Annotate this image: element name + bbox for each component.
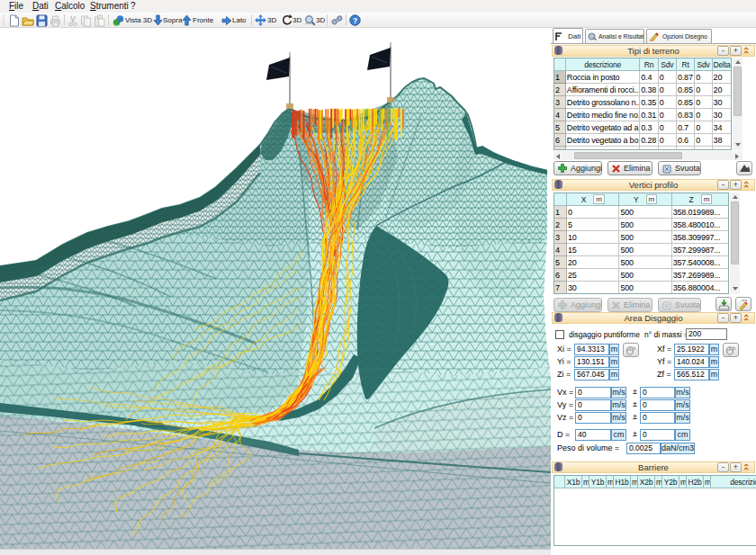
svg-text:?: ? <box>353 16 357 25</box>
